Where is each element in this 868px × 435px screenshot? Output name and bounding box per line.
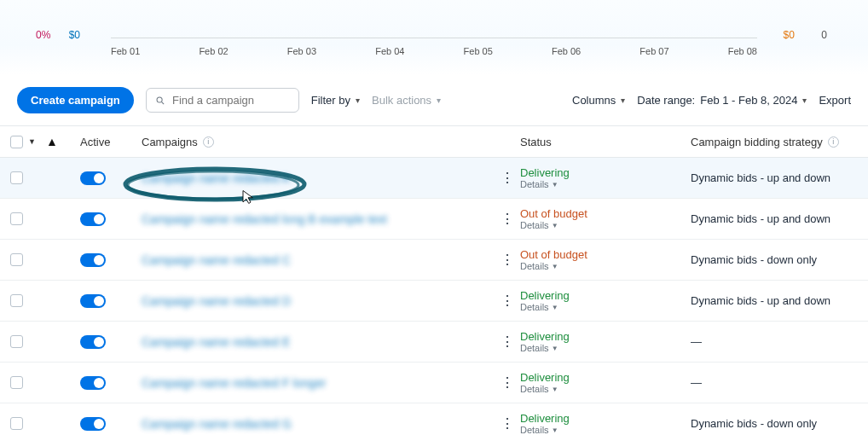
- table-row[interactable]: Campaign name redacted E⋮DeliveringDetai…: [0, 322, 868, 362]
- bidding-strategy-cell: Dynamic bids - up and down: [691, 212, 868, 225]
- row-actions-menu-icon[interactable]: ⋮: [500, 335, 513, 349]
- status-label: Out of budget: [520, 248, 691, 261]
- tick: Feb 02: [199, 46, 228, 56]
- chart-left-percent: 0%: [36, 29, 50, 41]
- row-checkbox[interactable]: [10, 294, 23, 307]
- row-checkbox[interactable]: [10, 417, 23, 430]
- chevron-down-icon: ▾: [356, 96, 360, 105]
- columns-label: Columns: [572, 94, 616, 107]
- active-toggle[interactable]: [80, 253, 106, 267]
- row-checkbox[interactable]: [10, 335, 23, 348]
- info-icon[interactable]: i: [203, 136, 214, 148]
- status-label: Delivering: [520, 412, 691, 425]
- status-details-toggle[interactable]: Details ▼: [520, 302, 691, 312]
- row-actions-menu-icon[interactable]: ⋮: [500, 171, 513, 185]
- date-range-prefix: Date range:: [637, 94, 695, 107]
- status-label: Delivering: [520, 330, 691, 343]
- active-toggle[interactable]: [80, 171, 106, 185]
- active-toggle[interactable]: [80, 212, 106, 226]
- row-checkbox[interactable]: [10, 253, 23, 266]
- campaign-name-link[interactable]: Campaign name redacted F longer: [142, 376, 326, 390]
- bidding-strategy-cell: Dynamic bids - up and down: [691, 294, 868, 307]
- status-details-toggle[interactable]: Details ▼: [520, 261, 691, 271]
- campaign-name-link[interactable]: Campaign name redacted D: [142, 294, 291, 308]
- info-icon[interactable]: i: [828, 136, 839, 148]
- chart-left-dollar: $0: [69, 29, 80, 41]
- date-range-picker[interactable]: Date range: Feb 1 - Feb 8, 2024 ▾: [637, 94, 807, 107]
- row-actions-menu-icon[interactable]: ⋮: [500, 253, 513, 267]
- chevron-down-icon: ▾: [437, 96, 441, 105]
- status-details-toggle[interactable]: Details ▼: [520, 384, 691, 394]
- chart-right-dollar: $0: [784, 29, 795, 41]
- column-header-bidding[interactable]: Campaign bidding strategy i: [691, 136, 868, 148]
- table-toolbar: Create campaign Filter by ▾ Bulk actions…: [0, 75, 868, 125]
- table-row[interactable]: Campaign name redacted D⋮DeliveringDetai…: [0, 281, 868, 322]
- search-input[interactable]: [172, 94, 290, 107]
- active-toggle[interactable]: [80, 417, 106, 431]
- search-icon: [155, 95, 165, 107]
- chart-axis-line: [111, 38, 757, 38]
- row-actions-menu-icon[interactable]: ⋮: [500, 376, 513, 390]
- status-label: Delivering: [520, 166, 691, 179]
- bidding-strategy-cell: —: [691, 376, 868, 389]
- column-header-bidding-label: Campaign bidding strategy: [691, 136, 823, 148]
- column-header-active[interactable]: Active: [80, 136, 142, 148]
- chart-right-number: 0: [821, 29, 827, 41]
- row-actions-menu-icon[interactable]: ⋮: [500, 294, 513, 308]
- status-label: Delivering: [520, 289, 691, 302]
- tick: Feb 06: [552, 46, 581, 56]
- row-checkbox[interactable]: [10, 171, 23, 184]
- filter-by-label: Filter by: [311, 94, 350, 107]
- row-checkbox[interactable]: [10, 212, 23, 225]
- tick: Feb 03: [287, 46, 316, 56]
- campaign-name-link[interactable]: Campaign name redacted C: [142, 253, 291, 267]
- column-header-campaigns-label: Campaigns: [142, 136, 198, 148]
- table-row[interactable]: Campaign name redacted C⋮Out of budgetDe…: [0, 240, 868, 281]
- bulk-actions-dropdown[interactable]: Bulk actions ▾: [372, 94, 441, 107]
- chevron-down-icon: ▾: [621, 96, 625, 105]
- chevron-down-icon: ▾: [802, 96, 807, 105]
- status-details-toggle[interactable]: Details ▼: [520, 220, 691, 230]
- campaign-name-link[interactable]: Campaign name redacted long B example te…: [142, 212, 387, 226]
- row-actions-menu-icon[interactable]: ⋮: [500, 417, 513, 431]
- select-all-checkbox[interactable]: [10, 136, 23, 148]
- campaign-name-link[interactable]: Campaign name redacted E: [142, 335, 290, 349]
- status-details-toggle[interactable]: Details ▼: [520, 179, 691, 189]
- export-label: Export: [819, 94, 851, 107]
- campaign-name-link[interactable]: Campaign name redacted G: [142, 417, 292, 431]
- table-body: Campaign name redacted A⋮DeliveringDetai…: [0, 158, 868, 435]
- summary-chart: 0% $0 $0 0 Feb 01 Feb 02 Feb 03 Feb 04 F…: [0, 0, 868, 75]
- svg-line-1: [161, 102, 164, 104]
- filter-by-dropdown[interactable]: Filter by ▾: [311, 94, 360, 107]
- bidding-strategy-cell: Dynamic bids - down only: [691, 417, 868, 430]
- active-toggle[interactable]: [80, 335, 106, 349]
- active-toggle[interactable]: [80, 376, 106, 390]
- tick: Feb 07: [639, 46, 668, 56]
- table-row[interactable]: Campaign name redacted G⋮DeliveringDetai…: [0, 403, 868, 435]
- select-all-caret-icon[interactable]: ▼: [28, 137, 36, 146]
- column-header-status[interactable]: Status: [520, 136, 691, 148]
- table-row[interactable]: Campaign name redacted A⋮DeliveringDetai…: [0, 158, 868, 199]
- create-campaign-button[interactable]: Create campaign: [17, 87, 134, 113]
- table-row[interactable]: Campaign name redacted long B example te…: [0, 199, 868, 240]
- svg-point-0: [157, 96, 162, 102]
- campaign-name-link[interactable]: Campaign name redacted A: [142, 171, 290, 185]
- row-actions-menu-icon[interactable]: ⋮: [500, 212, 513, 226]
- bidding-strategy-cell: —: [691, 335, 868, 348]
- bulk-actions-label: Bulk actions: [372, 94, 431, 107]
- search-input-wrapper[interactable]: [146, 88, 299, 113]
- table-row[interactable]: Campaign name redacted F longer⋮Deliveri…: [0, 362, 868, 403]
- columns-dropdown[interactable]: Columns ▾: [572, 94, 625, 107]
- column-header-campaigns[interactable]: Campaigns i: [142, 136, 500, 148]
- table-header-row: ▼ ▲ Active Campaigns i Status Campaign b…: [0, 125, 868, 158]
- active-toggle[interactable]: [80, 294, 106, 308]
- tick: Feb 04: [375, 46, 404, 56]
- bidding-strategy-cell: Dynamic bids - up and down: [691, 171, 868, 184]
- row-checkbox[interactable]: [10, 376, 23, 389]
- status-details-toggle[interactable]: Details ▼: [520, 425, 691, 435]
- bidding-strategy-cell: Dynamic bids - down only: [691, 253, 868, 266]
- export-button[interactable]: Export: [819, 94, 851, 107]
- chart-x-ticks: Feb 01 Feb 02 Feb 03 Feb 04 Feb 05 Feb 0…: [111, 46, 757, 56]
- status-details-toggle[interactable]: Details ▼: [520, 343, 691, 353]
- alert-column-icon: ▲: [46, 135, 58, 148]
